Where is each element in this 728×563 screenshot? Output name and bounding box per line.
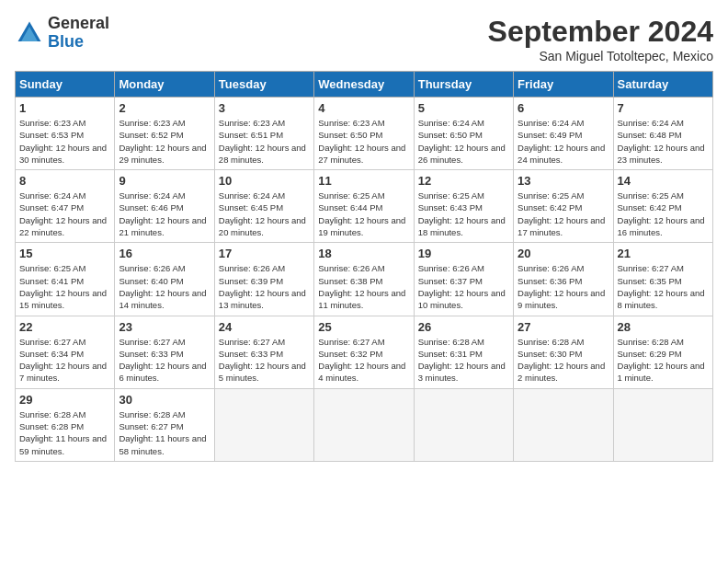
- sunset-label: Sunset: 6:51 PM: [219, 130, 283, 140]
- calendar-day-cell: [514, 388, 613, 461]
- daylight-label: Daylight: 12 hours and 10 minutes.: [418, 288, 506, 310]
- sunrise-label: Sunrise: 6:25 AM: [518, 190, 584, 201]
- day-number: 15: [19, 247, 110, 260]
- daylight-label: Daylight: 12 hours and 30 minutes.: [19, 143, 107, 165]
- calendar-day-cell: 16 Sunrise: 6:26 AM Sunset: 6:40 PM Dayl…: [115, 243, 214, 316]
- sunset-label: Sunset: 6:38 PM: [318, 276, 382, 286]
- sunrise-label: Sunrise: 6:24 AM: [618, 118, 684, 128]
- day-info: Sunrise: 6:25 AM Sunset: 6:43 PM Dayligh…: [418, 190, 509, 238]
- day-info: Sunrise: 6:27 AM Sunset: 6:33 PM Dayligh…: [219, 336, 310, 385]
- daylight-label: Daylight: 12 hours and 14 minutes.: [119, 288, 206, 310]
- sunrise-label: Sunrise: 6:26 AM: [318, 263, 384, 273]
- daylight-label: Daylight: 12 hours and 29 minutes.: [119, 143, 206, 165]
- calendar-day-cell: 5 Sunrise: 6:24 AM Sunset: 6:50 PM Dayli…: [414, 98, 513, 170]
- sunrise-label: Sunrise: 6:23 AM: [318, 118, 384, 128]
- calendar-day-cell: 30 Sunrise: 6:28 AM Sunset: 6:27 PM Dayl…: [115, 388, 214, 461]
- daylight-label: Daylight: 12 hours and 7 minutes.: [19, 361, 107, 383]
- day-info: Sunrise: 6:23 AM Sunset: 6:53 PM Dayligh…: [19, 117, 110, 166]
- daylight-label: Daylight: 12 hours and 27 minutes.: [318, 143, 405, 165]
- logo-text: General Blue: [48, 15, 109, 52]
- calendar-day-cell: 9 Sunrise: 6:24 AM Sunset: 6:46 PM Dayli…: [115, 170, 214, 243]
- day-info: Sunrise: 6:24 AM Sunset: 6:45 PM Dayligh…: [219, 190, 310, 238]
- daylight-label: Daylight: 12 hours and 28 minutes.: [219, 143, 306, 165]
- sunset-label: Sunset: 6:47 PM: [19, 202, 84, 213]
- day-number: 13: [518, 174, 609, 188]
- daylight-label: Daylight: 12 hours and 22 minutes.: [19, 215, 107, 237]
- sunset-label: Sunset: 6:52 PM: [119, 130, 183, 140]
- day-info: Sunrise: 6:23 AM Sunset: 6:50 PM Dayligh…: [318, 117, 409, 166]
- day-number: 26: [418, 320, 509, 334]
- day-number: 17: [219, 247, 310, 260]
- location-subtitle: San Miguel Totoltepec, Mexico: [488, 49, 713, 63]
- logo-blue-text: Blue: [48, 33, 109, 52]
- day-number: 11: [318, 174, 409, 188]
- day-number: 7: [618, 101, 709, 115]
- sunrise-label: Sunrise: 6:27 AM: [318, 337, 384, 347]
- sunrise-label: Sunrise: 6:27 AM: [19, 337, 85, 347]
- sunset-label: Sunset: 6:42 PM: [518, 202, 582, 213]
- sunrise-label: Sunrise: 6:26 AM: [418, 263, 484, 273]
- day-number: 28: [618, 320, 709, 334]
- daylight-label: Daylight: 12 hours and 15 minutes.: [19, 288, 107, 310]
- daylight-label: Daylight: 12 hours and 24 minutes.: [518, 143, 605, 165]
- sunset-label: Sunset: 6:33 PM: [119, 349, 183, 359]
- sunset-label: Sunset: 6:43 PM: [418, 202, 483, 213]
- calendar-day-cell: 27 Sunrise: 6:28 AM Sunset: 6:30 PM Dayl…: [514, 316, 613, 388]
- daylight-label: Daylight: 12 hours and 19 minutes.: [318, 215, 405, 237]
- calendar-week-row: 8 Sunrise: 6:24 AM Sunset: 6:47 PM Dayli…: [16, 170, 713, 243]
- day-info: Sunrise: 6:25 AM Sunset: 6:44 PM Dayligh…: [318, 190, 409, 238]
- day-info: Sunrise: 6:23 AM Sunset: 6:52 PM Dayligh…: [119, 117, 210, 166]
- daylight-label: Daylight: 11 hours and 59 minutes.: [19, 433, 107, 455]
- sunset-label: Sunset: 6:29 PM: [618, 349, 682, 359]
- daylight-label: Daylight: 12 hours and 3 minutes.: [418, 361, 506, 383]
- daylight-label: Daylight: 12 hours and 2 minutes.: [518, 361, 605, 383]
- day-info: Sunrise: 6:24 AM Sunset: 6:49 PM Dayligh…: [518, 117, 609, 166]
- day-info: Sunrise: 6:28 AM Sunset: 6:31 PM Dayligh…: [418, 336, 509, 385]
- logo-icon: [15, 18, 44, 48]
- calendar-table: SundayMondayTuesdayWednesdayThursdayFrid…: [15, 71, 713, 462]
- day-number: 23: [119, 320, 210, 334]
- day-number: 12: [418, 174, 509, 188]
- sunrise-label: Sunrise: 6:25 AM: [618, 190, 684, 201]
- calendar-day-cell: [314, 388, 414, 461]
- calendar-day-cell: 7 Sunrise: 6:24 AM Sunset: 6:48 PM Dayli…: [613, 98, 712, 170]
- daylight-label: Daylight: 12 hours and 8 minutes.: [618, 288, 705, 310]
- day-info: Sunrise: 6:24 AM Sunset: 6:50 PM Dayligh…: [418, 117, 509, 166]
- calendar-week-row: 1 Sunrise: 6:23 AM Sunset: 6:53 PM Dayli…: [16, 98, 713, 170]
- calendar-day-cell: 28 Sunrise: 6:28 AM Sunset: 6:29 PM Dayl…: [613, 316, 712, 388]
- sunrise-label: Sunrise: 6:24 AM: [19, 190, 85, 201]
- sunset-label: Sunset: 6:50 PM: [318, 130, 382, 140]
- calendar-day-header: Saturday: [613, 72, 712, 98]
- day-number: 10: [219, 174, 310, 188]
- day-info: Sunrise: 6:26 AM Sunset: 6:37 PM Dayligh…: [418, 262, 509, 311]
- sunset-label: Sunset: 6:32 PM: [318, 349, 382, 359]
- daylight-label: Daylight: 12 hours and 11 minutes.: [318, 288, 405, 310]
- day-info: Sunrise: 6:26 AM Sunset: 6:40 PM Dayligh…: [119, 262, 210, 311]
- daylight-label: Daylight: 12 hours and 23 minutes.: [618, 143, 705, 165]
- day-info: Sunrise: 6:28 AM Sunset: 6:27 PM Dayligh…: [119, 408, 210, 457]
- sunset-label: Sunset: 6:45 PM: [219, 202, 283, 213]
- page-header: General Blue September 2024 San Miguel T…: [15, 15, 713, 63]
- day-number: 8: [19, 174, 110, 188]
- day-info: Sunrise: 6:27 AM Sunset: 6:33 PM Dayligh…: [119, 336, 210, 385]
- calendar-day-cell: 21 Sunrise: 6:27 AM Sunset: 6:35 PM Dayl…: [613, 243, 712, 316]
- sunrise-label: Sunrise: 6:26 AM: [119, 263, 185, 273]
- calendar-day-cell: 13 Sunrise: 6:25 AM Sunset: 6:42 PM Dayl…: [514, 170, 613, 243]
- sunrise-label: Sunrise: 6:23 AM: [219, 118, 285, 128]
- day-info: Sunrise: 6:26 AM Sunset: 6:38 PM Dayligh…: [318, 262, 409, 311]
- daylight-label: Daylight: 12 hours and 26 minutes.: [418, 143, 506, 165]
- day-number: 21: [618, 247, 709, 260]
- sunset-label: Sunset: 6:34 PM: [19, 349, 84, 359]
- day-info: Sunrise: 6:28 AM Sunset: 6:30 PM Dayligh…: [518, 336, 609, 385]
- calendar-header-row: SundayMondayTuesdayWednesdayThursdayFrid…: [16, 72, 713, 98]
- calendar-day-cell: [414, 388, 513, 461]
- sunset-label: Sunset: 6:27 PM: [119, 421, 183, 431]
- day-info: Sunrise: 6:26 AM Sunset: 6:36 PM Dayligh…: [518, 262, 609, 311]
- sunrise-label: Sunrise: 6:26 AM: [518, 263, 584, 273]
- calendar-day-cell: 3 Sunrise: 6:23 AM Sunset: 6:51 PM Dayli…: [214, 98, 313, 170]
- calendar-day-cell: 23 Sunrise: 6:27 AM Sunset: 6:33 PM Dayl…: [115, 316, 214, 388]
- sunset-label: Sunset: 6:53 PM: [19, 130, 84, 140]
- calendar-day-cell: 1 Sunrise: 6:23 AM Sunset: 6:53 PM Dayli…: [16, 98, 115, 170]
- calendar-day-cell: [214, 388, 313, 461]
- day-number: 2: [119, 101, 210, 115]
